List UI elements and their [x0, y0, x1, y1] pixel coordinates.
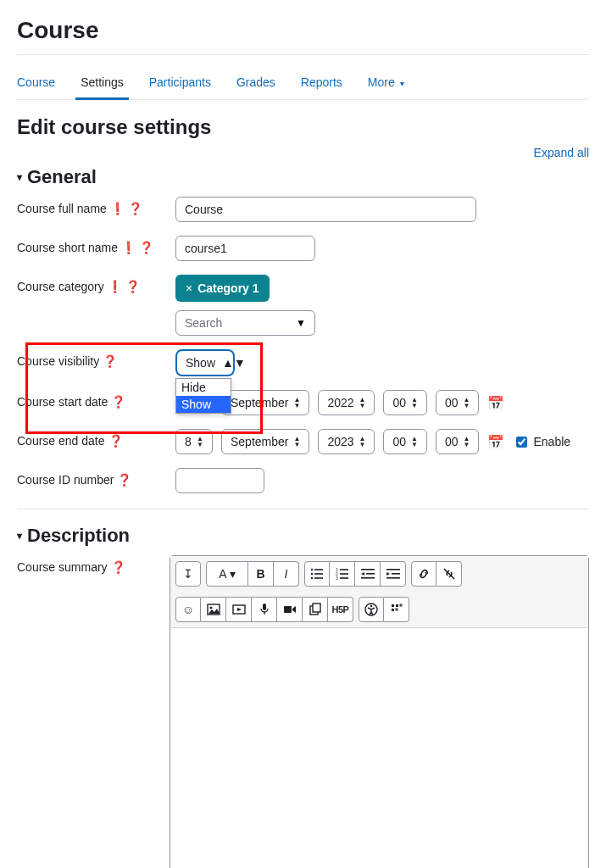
svg-point-28: [370, 605, 373, 608]
startdate-month-select[interactable]: September ▲▼: [221, 390, 309, 415]
editor-mic-icon[interactable]: [252, 597, 277, 622]
visibility-label: Course visibility: [17, 354, 99, 368]
svg-rect-13: [366, 573, 375, 575]
enddate-minute-select[interactable]: 00 ▲▼: [436, 429, 480, 454]
fullname-input[interactable]: [175, 197, 476, 222]
enddate-day-select[interactable]: 8 ▲▼: [175, 429, 213, 454]
spinner-icon: ▲▼: [293, 397, 300, 409]
category-search[interactable]: Search ▼: [175, 310, 315, 336]
svg-point-0: [311, 569, 313, 570]
enddate-year-select[interactable]: 2023 ▲▼: [318, 429, 375, 454]
startdate-minute-select[interactable]: 00 ▲▼: [436, 390, 480, 415]
section-general-toggle[interactable]: ▾ General: [17, 166, 589, 188]
startdate-year-select[interactable]: 2022 ▲▼: [318, 390, 375, 415]
page-title: Course: [17, 17, 589, 55]
course-tabs: Course Settings Participants Grades Repo…: [17, 65, 589, 100]
shortname-label: Course short name: [17, 241, 118, 254]
enddate-day-value: 8: [185, 435, 192, 448]
editor-outdent-icon[interactable]: [355, 561, 381, 587]
enddate-month-select[interactable]: September ▲▼: [221, 429, 309, 454]
visibility-option-hide[interactable]: Hide: [176, 379, 231, 396]
expand-all-link[interactable]: Expand all: [17, 146, 589, 159]
svg-text:3: 3: [336, 576, 338, 581]
section-general-label: General: [27, 166, 97, 188]
help-icon[interactable]: ❓: [108, 435, 123, 447]
section-description-toggle[interactable]: ▾ Description: [17, 525, 589, 547]
tab-grades[interactable]: Grades: [236, 65, 275, 99]
shortname-input[interactable]: [175, 236, 315, 261]
help-icon[interactable]: ❓: [103, 355, 117, 367]
spinner-icon: ▲▼: [197, 436, 203, 448]
editor-toggle-icon[interactable]: ↧: [175, 561, 201, 587]
editor-ul-icon[interactable]: [304, 561, 330, 587]
required-icon: ❗: [110, 203, 125, 214]
editor-ol-icon[interactable]: 123: [330, 561, 355, 587]
editor-record-icon[interactable]: [277, 597, 303, 622]
startdate-minute-value: 00: [445, 396, 459, 409]
spinner-icon: ▲▼: [464, 436, 470, 448]
help-icon[interactable]: ❓: [111, 396, 125, 408]
svg-rect-7: [340, 569, 348, 570]
enddate-label: Course end date: [17, 434, 105, 448]
editor-accessibility-icon[interactable]: [359, 597, 384, 622]
editor-paragraph-icon[interactable]: A ▾: [206, 561, 248, 587]
svg-rect-17: [386, 577, 400, 579]
calendar-icon[interactable]: 📅: [487, 434, 504, 450]
editor-media-icon[interactable]: [226, 597, 252, 622]
enddate-month-value: September: [231, 435, 288, 448]
startdate-hour-select[interactable]: 00 ▲▼: [383, 390, 427, 415]
editor-h5p-icon[interactable]: H5P: [328, 597, 353, 622]
fullname-label: Course full name: [17, 202, 107, 215]
editor-bold-icon[interactable]: B: [248, 561, 274, 587]
spinner-icon: ▲▼: [411, 397, 418, 409]
tab-participants[interactable]: Participants: [149, 65, 211, 99]
spinner-icon: ▲▼: [359, 436, 366, 448]
editor-unlink-icon[interactable]: [436, 561, 462, 587]
calendar-icon[interactable]: 📅: [487, 395, 504, 411]
close-icon[interactable]: ×: [186, 281, 192, 295]
summary-editor-body[interactable]: [170, 628, 588, 868]
svg-rect-32: [392, 609, 394, 611]
chevron-down-icon: ▾: [400, 79, 404, 88]
visibility-dropdown: Hide Show: [175, 378, 231, 414]
editor-italic-icon[interactable]: I: [274, 561, 299, 587]
spinner-icon: ▲▼: [293, 436, 300, 448]
spinner-icon: ▲▼: [411, 436, 418, 448]
svg-rect-30: [396, 604, 398, 607]
svg-rect-15: [386, 569, 400, 570]
editor-link-icon[interactable]: [411, 561, 436, 587]
tab-reports[interactable]: Reports: [301, 65, 342, 99]
editor-grid-icon[interactable]: [384, 597, 409, 622]
dropdown-icon: ▼: [296, 317, 306, 329]
category-chip-label: Category 1: [197, 281, 259, 295]
editor-indent-icon[interactable]: [381, 561, 406, 587]
help-icon[interactable]: ❓: [111, 561, 125, 573]
help-icon[interactable]: ❓: [117, 474, 131, 486]
help-icon[interactable]: ❓: [125, 281, 140, 292]
editor-files-icon[interactable]: [303, 597, 328, 622]
visibility-option-show[interactable]: Show: [176, 396, 231, 413]
spinner-icon: ▲▼: [359, 397, 366, 409]
enddate-hour-select[interactable]: 00 ▲▼: [383, 429, 427, 454]
idnumber-input[interactable]: [175, 468, 264, 493]
tab-more[interactable]: More ▾: [368, 65, 404, 99]
svg-rect-31: [400, 604, 402, 606]
help-icon[interactable]: ❓: [128, 203, 142, 214]
startdate-month-value: September: [231, 396, 288, 409]
chevron-down-icon: ▾: [17, 171, 22, 183]
page-heading: Edit course settings: [17, 115, 589, 139]
help-icon[interactable]: ❓: [139, 242, 153, 253]
svg-line-18: [444, 569, 454, 579]
editor-emoji-icon[interactable]: ☺: [175, 597, 201, 622]
svg-point-20: [209, 607, 212, 609]
svg-rect-22: [263, 604, 266, 610]
category-chip[interactable]: × Category 1: [175, 275, 270, 302]
tab-settings[interactable]: Settings: [81, 65, 124, 99]
svg-rect-9: [340, 573, 348, 575]
tab-course[interactable]: Course: [17, 65, 55, 99]
enddate-enable-input[interactable]: [516, 437, 527, 448]
editor-image-icon[interactable]: [201, 597, 226, 622]
visibility-select[interactable]: Show ▲▼: [175, 349, 235, 376]
idnumber-label: Course ID number: [17, 473, 114, 487]
enddate-enable-checkbox[interactable]: Enable: [513, 434, 570, 450]
